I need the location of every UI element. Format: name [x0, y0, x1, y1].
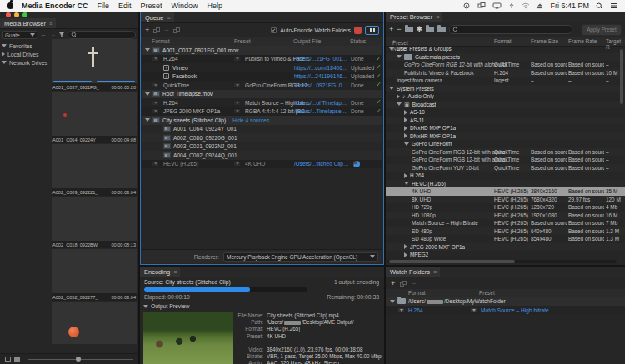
- horizontal-scrollbar[interactable]: [388, 260, 617, 263]
- output-preset[interactable]: 4K UHD: [245, 161, 265, 167]
- preset-dropdown[interactable]: [233, 82, 241, 88]
- menu-window[interactable]: Window: [172, 2, 198, 10]
- renderer-dropdown[interactable]: Mercury Playback Engine GPU Acceleration…: [223, 252, 378, 262]
- import-presets-button[interactable]: [426, 27, 434, 32]
- output-file-link[interactable]: /Users/...0921FG_001.mov: [294, 82, 349, 88]
- location-dropdown[interactable]: Guate...: [2, 31, 38, 39]
- preset-row[interactable]: ♪Audio Only: [386, 92, 625, 101]
- tab-encoding[interactable]: Encoding ≡: [140, 267, 180, 277]
- vertical-scrollbar[interactable]: [620, 49, 623, 104]
- disclosure-icon[interactable]: [2, 44, 7, 47]
- output-format[interactable]: H.264: [163, 56, 178, 62]
- disclosure-icon[interactable]: [2, 52, 5, 57]
- queue-row[interactable]: A001_C037_0921FG_001.mov: [142, 46, 382, 55]
- preset-row[interactable]: HEVC (H.265): [386, 180, 625, 188]
- media-clip-item[interactable]: A002_C052_092277_00:00:03:04: [52, 249, 137, 301]
- upload-url-link[interactable]: https://...com/184066142: [294, 65, 349, 71]
- thumbnail-zoom-slider[interactable]: [28, 359, 133, 360]
- preset-dropdown[interactable]: [470, 307, 478, 313]
- panel-menu-icon[interactable]: ≡: [173, 269, 176, 275]
- format-dropdown[interactable]: [152, 100, 159, 106]
- upload-status-icon[interactable]: [508, 2, 515, 9]
- watch-folder-preset[interactable]: Match Source – High bitrate: [481, 307, 549, 313]
- upload-url-link[interactable]: https://...24119614602283: [294, 73, 349, 79]
- preset-row[interactable]: SD 480pHEVC (H.265)640x480Based on sourc…: [386, 227, 625, 236]
- queue-row[interactable]: JPEG 2000 MXF OP1aRGBA 4:4:4:4 12-bit (B…: [142, 107, 382, 117]
- windows-status-icon[interactable]: [478, 2, 486, 9]
- preset-row[interactable]: HD 720pHEVC (H.265)1280x720Based on sour…: [386, 203, 625, 212]
- preset-row[interactable]: AS-11: [386, 117, 625, 125]
- export-presets-button[interactable]: [438, 27, 446, 32]
- output-preview-header[interactable]: Output Preview: [143, 303, 189, 309]
- tab-queue[interactable]: Queue ≡: [141, 12, 174, 22]
- duplicate-button[interactable]: [153, 27, 160, 33]
- display-airplay-icon[interactable]: [492, 2, 502, 9]
- panel-menu-icon[interactable]: ≡: [433, 269, 436, 275]
- column-frame-size[interactable]: Frame Size: [531, 38, 558, 44]
- spotlight-search-icon[interactable]: [596, 2, 603, 10]
- hide-sources-link[interactable]: Hide 4 sources: [232, 117, 269, 123]
- disclosure-icon[interactable]: [404, 133, 408, 138]
- column-format[interactable]: Format: [494, 38, 512, 44]
- column-format[interactable]: Format: [408, 290, 426, 296]
- disclosure-icon[interactable]: [145, 48, 150, 52]
- disclosure-icon[interactable]: [404, 252, 408, 257]
- copy-button[interactable]: [173, 27, 180, 33]
- new-preset-button[interactable]: +: [389, 26, 393, 33]
- column-preset-name[interactable]: Preset Name ↑: [392, 38, 395, 44]
- column-frame-rate[interactable]: Frame Rate: [568, 38, 597, 44]
- preset-row[interactable]: SD 480p WideHEVC (H.265)854x480Based on …: [386, 235, 625, 243]
- back-button[interactable]: ←: [40, 32, 47, 38]
- format-dropdown[interactable]: [152, 56, 159, 62]
- eject-icon[interactable]: [537, 2, 543, 9]
- zoom-window-button[interactable]: [22, 12, 28, 17]
- tab-watch-folders[interactable]: Watch Folders ≡: [386, 267, 440, 277]
- column-format[interactable]: Format: [152, 38, 170, 44]
- output-file-link[interactable]: /Users/...Timelapse_1.mxf: [294, 108, 349, 114]
- forward-button[interactable]: →: [49, 32, 56, 38]
- queue-row[interactable]: A001_C064_09224Y_001: [142, 125, 382, 134]
- menu-preset[interactable]: Preset: [141, 2, 162, 10]
- preset-row[interactable]: GoPro CineForm YUV 10-bitQuickTimeBased …: [386, 164, 625, 172]
- queue-row[interactable]: H.264Match Source – High bitr.../Users/.…: [142, 98, 382, 107]
- disclosure-icon[interactable]: [404, 117, 408, 122]
- preset-row[interactable]: Ingest from cameraIngest–––: [386, 77, 625, 85]
- preset-row[interactable]: User Presets & Groups: [386, 45, 625, 53]
- preset-row[interactable]: Match Source – High BitrateHEVC (H.265)B…: [386, 219, 625, 227]
- preset-row[interactable]: DNxHR MXF OP1a: [386, 132, 625, 141]
- pause-queue-button[interactable]: [365, 26, 379, 35]
- preset-row[interactable]: 4K UHDHEVC (H.265)3840x2160Based on sour…: [386, 187, 625, 196]
- preset-row[interactable]: H.264: [386, 172, 625, 180]
- preset-row[interactable]: AS-10: [386, 108, 625, 117]
- column-preset[interactable]: Preset: [479, 290, 495, 296]
- watch-folder-output-row[interactable]: H.264 Match Source – High bitrate: [386, 306, 625, 315]
- preset-dropdown[interactable]: [233, 108, 241, 114]
- column-output-file[interactable]: Output File: [293, 38, 321, 44]
- disclosure-icon[interactable]: [397, 55, 402, 58]
- media-clip-item[interactable]: [52, 302, 137, 344]
- format-dropdown[interactable]: [152, 108, 159, 114]
- output-format[interactable]: HEVC (H.265): [163, 161, 198, 167]
- apple-menu[interactable]: [8, 2, 13, 9]
- disclosure-icon[interactable]: [397, 102, 402, 106]
- panel-menu-icon[interactable]: ≡: [49, 21, 52, 27]
- wifi-icon[interactable]: [522, 2, 530, 9]
- minimize-window-button[interactable]: [14, 12, 19, 17]
- preset-row[interactable]: DNxHD MXF OP1a: [386, 124, 625, 132]
- panel-menu-icon[interactable]: ≡: [168, 15, 170, 21]
- preset-row[interactable]: MPEG2: [386, 251, 625, 257]
- list-view-icon[interactable]: [5, 357, 11, 362]
- tree-item-favorites[interactable]: Favorites: [2, 42, 50, 50]
- preset-row[interactable]: 8K UHDHEVC (H.265)7680x432029.97 fps120 …: [386, 196, 625, 204]
- media-clip-item[interactable]: A002_C009_092221_00:00:03:04: [52, 144, 137, 196]
- preset-row[interactable]: Publish to Vimeo & FacebookH.264Based on…: [386, 69, 625, 77]
- menu-help[interactable]: Help: [208, 2, 223, 10]
- menu-file[interactable]: File: [98, 2, 110, 10]
- disclosure-icon[interactable]: [404, 244, 408, 249]
- queue-row[interactable]: ↑Facebookhttps://...24119614602283Upload…: [142, 72, 382, 82]
- preset-row[interactable]: JPEG 2000 MXF OP1a: [386, 243, 625, 252]
- preset-row[interactable]: HD 1080pHEVC (H.265)1920x1080Based on so…: [386, 212, 625, 220]
- tab-preset-browser[interactable]: Preset Browser ≡: [386, 12, 442, 22]
- media-search-input[interactable]: [68, 31, 136, 39]
- preset-row[interactable]: GoPro CineForm: [386, 140, 625, 148]
